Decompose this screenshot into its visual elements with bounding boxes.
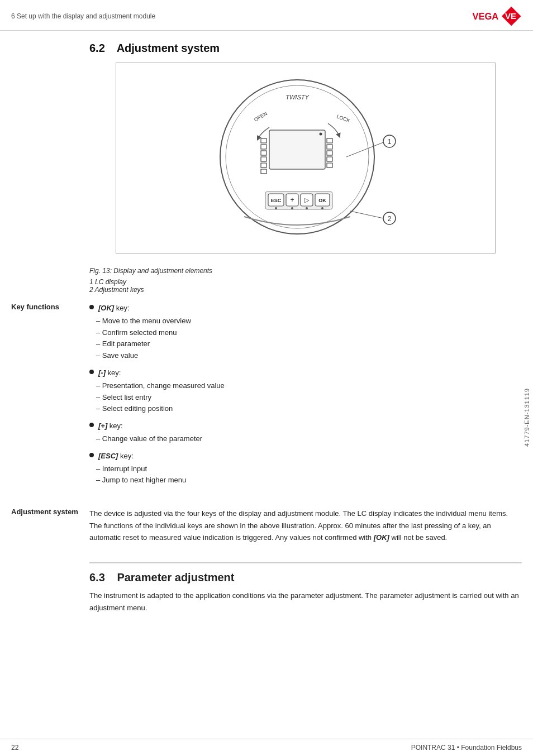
bullet-minus [89, 370, 94, 374]
key-esc-item: [ESC] key: Interrupt input Jump to next … [89, 451, 522, 486]
key-ok-item: [OK] key: Move to the menu overview Conf… [89, 303, 522, 362]
bullet-ok [89, 305, 94, 309]
svg-text:OK: OK [318, 198, 326, 203]
minus-item-2: Select list entry [96, 392, 522, 404]
key-minus-item: [-] key: Presentation, change measured v… [89, 367, 522, 415]
device-diagram-svg: TWISTY OPEN LOCK [188, 74, 423, 242]
svg-text:2: 2 [388, 215, 392, 223]
vega-logo: VE VEGA [472, 6, 522, 27]
esc-sub-list: Interrupt input Jump to next higher menu [89, 463, 522, 487]
page-footer: 22 POINTRAC 31 • Foundation Fieldbus [0, 739, 533, 756]
page-number: 22 [11, 744, 18, 752]
key-ok-title: [OK] key: [98, 303, 130, 314]
diagram-box: TWISTY OPEN LOCK [116, 63, 496, 253]
main-content: 6.2 Adjustment system TWISTY OPEN LOCK [0, 31, 533, 625]
fig-item-1: 1 LC display [89, 278, 522, 286]
section-63-heading: 6.3 Parameter adjustment [89, 562, 522, 584]
svg-point-30 [275, 207, 277, 209]
fig-item-2: 2 Adjustment keys [89, 286, 522, 294]
key-plus-item: [+] key: Change value of the parameter [89, 420, 522, 445]
svg-point-20 [320, 133, 322, 136]
ok-sub-list: Move to the menu overview Confirm select… [89, 315, 522, 362]
svg-line-39 [350, 211, 383, 218]
svg-text:VE: VE [505, 11, 516, 21]
svg-text:VEGA: VEGA [473, 11, 499, 21]
product-name: POINTRAC 31 • Foundation Fieldbus [411, 744, 522, 752]
page-header: 6 Set up with the display and adjustment… [0, 0, 533, 31]
key-list: [OK] key: Move to the menu overview Conf… [89, 303, 522, 486]
logo-container: VE VEGA [472, 6, 522, 27]
svg-text:▷: ▷ [304, 197, 310, 203]
ok-item-3: Edit parameter [96, 338, 522, 350]
section-63: 6.3 Parameter adjustment The instrument … [11, 562, 522, 614]
svg-point-31 [291, 207, 293, 209]
esc-item-2: Jump to next higher menu [96, 475, 522, 486]
key-functions-label: Key functions [11, 303, 89, 311]
minus-item-1: Presentation, change measured value [96, 380, 522, 392]
key-functions-body: [OK] key: Move to the menu overview Conf… [89, 303, 522, 492]
vertical-text-wrap: 41779-EN-131119 [521, 112, 533, 722]
plus-item-1: Change value of the parameter [96, 433, 522, 445]
section-62-heading: 6.2 Adjustment system [89, 42, 220, 54]
vertical-document-id: 41779-EN-131119 [524, 388, 530, 447]
esc-item-1: Interrupt input [96, 463, 522, 475]
ok-item-1: Move to the menu overview [96, 315, 522, 327]
svg-text:TWISTY: TWISTY [285, 94, 309, 101]
svg-point-33 [321, 207, 323, 209]
adjustment-system-body: The device is adjusted via the four keys… [89, 508, 522, 543]
minus-sub-list: Presentation, change measured value Sele… [89, 380, 522, 415]
header-text: 6 Set up with the display and adjustment… [11, 12, 155, 20]
key-esc-title: [ESC] key: [98, 451, 134, 462]
bullet-plus [89, 423, 94, 427]
bullet-esc [89, 453, 94, 457]
key-minus-title: [-] key: [98, 367, 121, 379]
svg-rect-19 [269, 130, 325, 169]
adjustment-system-label: Adjustment system [11, 508, 89, 516]
adjustment-system-text: The device is adjusted via the four keys… [89, 508, 522, 543]
key-functions-row: Key functions [OK] key: Move to the menu… [11, 303, 522, 492]
fig-items: 1 LC display 2 Adjustment keys [89, 278, 522, 294]
svg-text:+: + [290, 196, 294, 204]
minus-item-3: Select editing position [96, 403, 522, 415]
plus-sub-list: Change value of the parameter [89, 433, 522, 445]
adjustment-system-row: Adjustment system The device is adjusted… [11, 508, 522, 543]
svg-point-32 [306, 207, 308, 209]
key-plus-title: [+] key: [98, 420, 123, 432]
ok-item-4: Save value [96, 350, 522, 362]
fig-caption: Fig. 13: Display and adjustment elements [89, 267, 522, 275]
svg-text:ESC: ESC [271, 198, 282, 203]
section-63-text: The instrument is adapted to the applica… [89, 590, 522, 614]
ok-item-2: Confirm selected menu [96, 327, 522, 339]
svg-text:1: 1 [388, 138, 392, 146]
